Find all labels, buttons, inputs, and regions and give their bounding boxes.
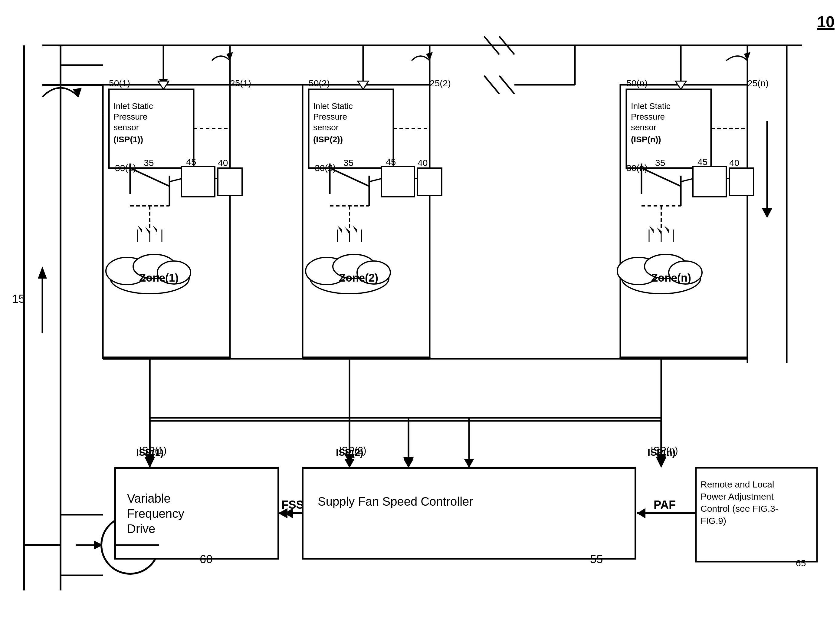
svg-text:Control (see FIG.3-: Control (see FIG.3- [701, 504, 778, 514]
svg-text:Inlet Static: Inlet Static [631, 101, 671, 111]
svg-text:Drive: Drive [127, 522, 155, 535]
ref-15: 15 [12, 293, 25, 305]
svg-text:60: 60 [200, 553, 212, 566]
svg-rect-40 [218, 168, 242, 195]
svg-text:(ISP(n)): (ISP(n)) [631, 135, 661, 144]
svg-text:Variable: Variable [127, 492, 171, 505]
svg-text:Pressure: Pressure [631, 112, 665, 122]
svg-rect-82 [381, 166, 415, 197]
svg-text:25(2): 25(2) [430, 78, 451, 88]
svg-text:50(2): 50(2) [309, 78, 330, 88]
svg-text:Inlet Static: Inlet Static [114, 101, 153, 111]
svg-text:65: 65 [796, 558, 806, 568]
svg-text:25(n): 25(n) [747, 78, 769, 88]
svg-text:25(1): 25(1) [230, 78, 251, 88]
svg-text:Zone(1): Zone(1) [139, 272, 179, 284]
svg-text:35: 35 [144, 158, 154, 168]
svg-text:PAF: PAF [653, 498, 676, 511]
svg-text:ISP(2): ISP(2) [336, 447, 363, 458]
svg-text:Supply Fan Speed Controller: Supply Fan Speed Controller [318, 495, 473, 508]
svg-text:(ISP(1)): (ISP(1)) [114, 135, 143, 144]
svg-text:Frequency: Frequency [127, 507, 184, 520]
svg-rect-140 [729, 168, 754, 195]
svg-text:30(2): 30(2) [315, 163, 336, 173]
svg-text:30(1): 30(1) [115, 163, 136, 173]
svg-text:sensor: sensor [631, 123, 656, 132]
svg-text:45: 45 [698, 157, 707, 167]
svg-text:50(1): 50(1) [109, 78, 130, 88]
svg-text:45: 45 [386, 157, 396, 167]
svg-text:Remote and Local: Remote and Local [701, 479, 774, 489]
svg-text:35: 35 [655, 158, 665, 168]
svg-text:(ISP(2)): (ISP(2)) [313, 135, 343, 144]
svg-text:Inlet Static: Inlet Static [313, 101, 353, 111]
svg-text:Power Adjustment: Power Adjustment [701, 492, 774, 501]
svg-text:FIG.9): FIG.9) [701, 515, 726, 526]
svg-rect-164 [302, 468, 636, 559]
svg-text:Zone(2): Zone(2) [339, 272, 378, 284]
svg-text:40: 40 [729, 158, 739, 168]
svg-rect-137 [693, 166, 726, 197]
svg-text:Zone(n): Zone(n) [651, 272, 691, 284]
svg-text:Pressure: Pressure [114, 112, 147, 122]
svg-text:40: 40 [218, 158, 228, 168]
svg-text:sensor: sensor [114, 123, 139, 132]
svg-text:Pressure: Pressure [313, 112, 347, 122]
svg-text:30(n): 30(n) [627, 163, 647, 173]
diagram-ref-10: 10 [817, 13, 834, 31]
svg-text:45: 45 [186, 157, 196, 167]
svg-text:sensor: sensor [313, 123, 339, 132]
svg-text:35: 35 [344, 158, 353, 168]
svg-text:40: 40 [418, 158, 428, 168]
svg-text:55: 55 [590, 553, 603, 566]
svg-text:50(n): 50(n) [627, 78, 647, 88]
svg-rect-85 [418, 168, 442, 195]
svg-rect-37 [182, 166, 215, 197]
